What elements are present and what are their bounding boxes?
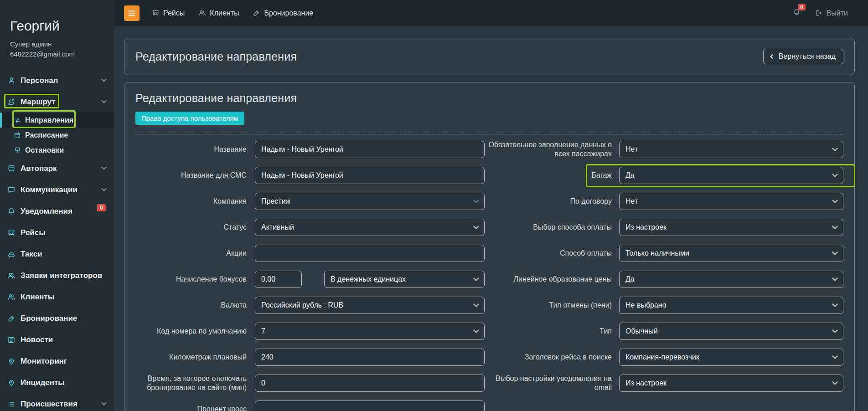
sidebar-item-napravleniya[interactable]: Направления (0, 113, 114, 128)
cancellation-penalty-type-select[interactable]: Не выбрано (619, 297, 843, 314)
chevron-down-icon (832, 379, 838, 385)
form-row: Код номера по умолчанию 7 (135, 323, 485, 340)
linear-pricing-select[interactable]: Да (619, 271, 843, 288)
chevron-down-icon (473, 275, 479, 281)
top-navbar: Рейсы Клиенты Бронирование 0 Выйти (114, 0, 868, 26)
form-row: Процент кросс (135, 401, 485, 411)
field-label: Название для СМС (135, 171, 247, 180)
sidebar-item-personal[interactable]: Персонал (0, 70, 114, 91)
main-content: Редактирование направления Вернуться наз… (114, 26, 868, 411)
chevron-down-icon (101, 400, 106, 405)
planned-mileage-input[interactable] (255, 349, 485, 366)
email-notification-setting-select[interactable]: Из настроек (619, 375, 843, 392)
nav-link-bronirovanie[interactable]: Бронирование (246, 9, 320, 17)
sidebar-item-reisy[interactable]: Рейсы (0, 222, 114, 243)
sidebar-item-label: Рейсы (21, 228, 106, 237)
navbar-right: 0 Выйти (793, 8, 848, 18)
default-number-code-select[interactable]: 7 (255, 323, 485, 340)
sidebar-item-zayavki-integratorov[interactable]: Заявки интеграторов (0, 265, 114, 286)
currency-select[interactable]: Российский рубль : RUB (255, 297, 485, 314)
sidebar-item-taksi[interactable]: Такси (0, 243, 114, 265)
user-role: Супер админ (10, 40, 104, 48)
baggage-select[interactable]: Да (619, 167, 843, 184)
field-label: Тип отмены (пени) (485, 301, 612, 310)
sidebar-item-bronirovanie[interactable]: Бронирование (0, 308, 114, 329)
form-row-baggage: Багаж Да (485, 167, 843, 184)
nav-link-label: Клиенты (210, 9, 239, 17)
sidebar-item-incidenty[interactable]: Инциденты (0, 372, 114, 393)
logout-button[interactable]: Выйти (815, 9, 848, 17)
sidebar-item-label: Инциденты (21, 378, 106, 387)
form-row: Выбор настройки уведомления на email Из … (485, 375, 843, 392)
nav-link-label: Бронирование (264, 9, 313, 17)
sidebar-item-label: Происшествия (21, 400, 102, 409)
form-row: Компания Престиж (135, 193, 485, 210)
edit-icon (7, 314, 16, 323)
calendar-icon (14, 132, 21, 139)
promotions-input[interactable] (255, 245, 485, 262)
back-button-label: Вернуться назад (779, 52, 836, 61)
by-contract-select[interactable]: Нет (619, 193, 843, 210)
sidebar-item-novosti[interactable]: Новости (0, 329, 114, 350)
bonus-amount-input[interactable] (255, 271, 302, 288)
sidebar-menu: Персонал Маршрут Направления Расписание (0, 70, 114, 411)
type-select[interactable]: Обычный (619, 323, 843, 340)
bus-icon (7, 229, 16, 237)
sidebar-item-raspisanie[interactable]: Расписание (0, 128, 114, 143)
sidebar-subitem-label: Направления (25, 116, 73, 124)
form-row: Валюта Российский рубль : RUB (135, 297, 485, 314)
trip-search-title-select[interactable]: Компания-перевозчик (619, 349, 843, 366)
chevron-down-icon (101, 186, 106, 191)
form-row: Время, за которое отключать бронирование… (135, 375, 485, 392)
name-input[interactable] (255, 141, 485, 158)
sidebar-item-ostanovki[interactable]: Остановки (0, 143, 114, 158)
bonus-unit-select[interactable]: В денежных единицах (324, 271, 485, 288)
sidebar-item-label: Новости (21, 335, 106, 344)
field-label: Выбор настройки уведомления на email (485, 374, 612, 392)
users-icon (198, 9, 206, 17)
booking-disable-time-input[interactable] (255, 375, 485, 392)
nav-link-klienty[interactable]: Клиенты (191, 9, 246, 17)
chevron-down-icon (832, 301, 838, 307)
sidebar-item-label: Автопарк (21, 164, 102, 173)
sidebar-item-label: Уведомления (21, 207, 97, 216)
field-label: Валюта (135, 301, 247, 310)
sidebar: Георгий Супер админ 6482222@gmail.com Пе… (0, 0, 114, 411)
payment-method-select[interactable]: Только наличными (619, 245, 843, 262)
back-button[interactable]: Вернуться назад (763, 49, 843, 64)
chat-icon (7, 186, 16, 194)
logout-icon (815, 9, 823, 17)
sidebar-item-avtopark[interactable]: Автопарк (0, 158, 114, 179)
edit-icon (253, 9, 260, 17)
sidebar-item-proisshestviya[interactable]: Происшествия (0, 393, 114, 411)
nav-link-reisy[interactable]: Рейсы (145, 9, 191, 17)
field-label: Начисление бонусов (135, 275, 247, 284)
field-label: По договору (485, 197, 612, 206)
chevron-down-icon (832, 249, 838, 255)
sidebar-item-label: Коммуникации (21, 185, 102, 195)
sidebar-item-uvedomleniya[interactable]: Уведомления 0 (0, 200, 114, 222)
chevron-down-icon (832, 353, 838, 359)
access-rights-button[interactable]: Права доступа пользователям (135, 112, 244, 125)
chevron-down-icon (832, 275, 838, 281)
notifications-button[interactable]: 0 (793, 8, 801, 18)
sidebar-toggle-button[interactable] (124, 5, 140, 21)
form-row: Способ оплаты Только наличными (485, 245, 843, 262)
form-column-left: Название Название для СМС Компания Прест… (135, 141, 485, 411)
field-label: Способ оплаты (485, 249, 612, 258)
company-select[interactable]: Престиж (255, 193, 485, 210)
user-email: 6482222@gmail.com (10, 50, 104, 58)
field-label: Обязательное заполнение данных о всех па… (485, 140, 612, 159)
sidebar-item-kommunikacii[interactable]: Коммуникации (0, 179, 114, 200)
sidebar-item-marshrut[interactable]: Маршрут (0, 91, 114, 113)
sidebar-item-klienty[interactable]: Клиенты (0, 286, 114, 308)
status-select[interactable]: Активный (255, 219, 485, 236)
sidebar-item-monitoring[interactable]: Мониторинг (0, 350, 114, 372)
cross-percent-input[interactable] (255, 401, 485, 411)
require-passenger-data-select[interactable]: Нет (619, 141, 843, 158)
payment-method-choice-select[interactable]: Из настроек (619, 219, 843, 236)
sms-name-input[interactable] (255, 167, 485, 184)
page-header-card: Редактирование направления Вернуться наз… (124, 38, 855, 75)
form-row: Название (135, 141, 485, 158)
chevron-down-icon (473, 327, 479, 333)
